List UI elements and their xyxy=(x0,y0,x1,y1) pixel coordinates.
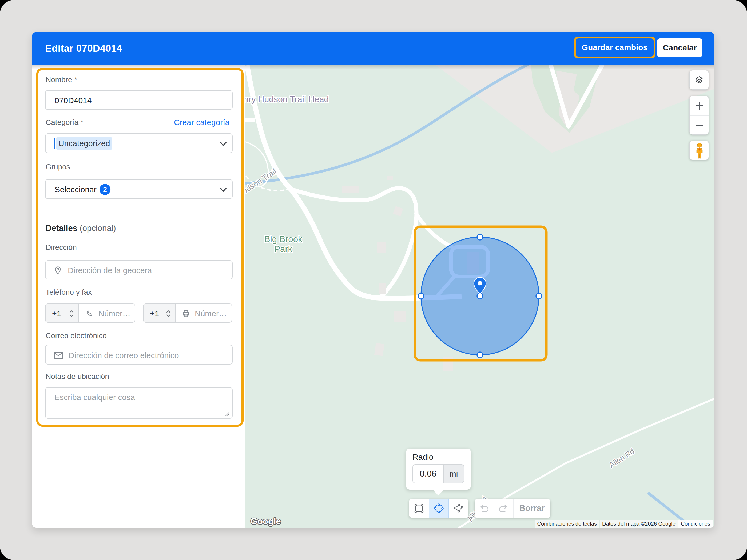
svg-text:Park: Park xyxy=(274,244,292,254)
svg-text:nry Hudson Trail Head: nry Hudson Trail Head xyxy=(246,95,329,104)
svg-text:Big Brook: Big Brook xyxy=(264,234,303,244)
svg-text:Google: Google xyxy=(251,516,281,526)
